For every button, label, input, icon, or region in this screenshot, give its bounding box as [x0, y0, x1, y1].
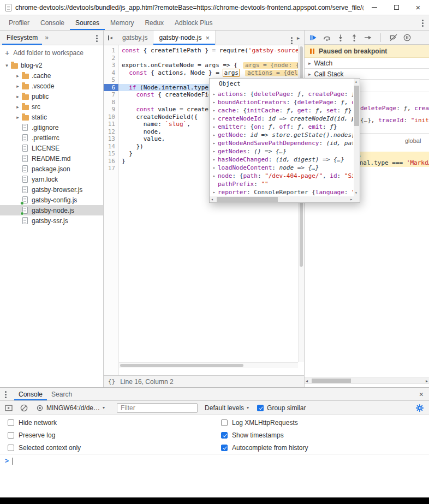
- scrollbar-thumb[interactable]: [312, 379, 351, 383]
- context-selector[interactable]: MINGW64:/d/de… ▾: [36, 404, 105, 412]
- popup-vertical-scrollbar[interactable]: ▴ ▾: [354, 79, 360, 196]
- scroll-right-icon[interactable]: ▸: [426, 379, 428, 383]
- editor-menu-icon[interactable]: [291, 37, 293, 39]
- setting-label: Selected context only: [19, 444, 81, 452]
- scroll-up-icon[interactable]: ▴: [355, 80, 358, 84]
- console-settings-gear-icon[interactable]: [415, 404, 424, 412]
- popup-property-getnodes[interactable]: ▸getNodes: () => {…}: [211, 147, 353, 155]
- tree-item-package-json[interactable]: package.json: [0, 164, 103, 174]
- resume-button[interactable]: [309, 33, 318, 42]
- tree-item-static[interactable]: ▸static: [0, 112, 103, 122]
- log-levels-dropdown[interactable]: Default levels ▾: [205, 404, 249, 412]
- tab-sources[interactable]: Sources: [70, 15, 105, 30]
- tree-item-gitignore[interactable]: .gitignore: [0, 122, 103, 133]
- console-menu-icon[interactable]: [5, 391, 7, 393]
- close-button[interactable]: ×: [407, 0, 429, 15]
- setting-log-xmlhttprequests[interactable]: Log XMLHttpRequests: [221, 416, 429, 429]
- group-similar-checkbox[interactable]: [257, 405, 264, 411]
- close-drawer-icon[interactable]: ×: [419, 390, 424, 399]
- popup-property-getnode[interactable]: ▸getNode: id => store.getState().nodes[i…: [211, 131, 353, 139]
- setting-hide-network[interactable]: Hide network: [8, 416, 213, 429]
- checkbox-selected-context-only[interactable]: [8, 445, 14, 451]
- console-sidebar-icon[interactable]: [4, 404, 13, 412]
- tree-item-readme-md[interactable]: README.md: [0, 153, 103, 164]
- popup-property-hasnodechanged[interactable]: ▸hasNodeChanged: (id, digest) => {…}: [211, 155, 353, 164]
- maximize-button[interactable]: [385, 0, 407, 15]
- step-button[interactable]: [364, 33, 372, 42]
- group-similar-toggle[interactable]: Group similar: [257, 404, 306, 412]
- popup-property-createnodeid[interactable]: ▸createNodeId: id => createNodeId(id, pl…: [211, 115, 353, 123]
- tree-item-gatsby-config-js[interactable]: gatsby-config.js: [0, 195, 103, 205]
- scroll-left-icon[interactable]: ◂: [211, 197, 213, 202]
- filter-input[interactable]: [117, 403, 198, 413]
- tree-item-gatsby-node-js[interactable]: gatsby-node.js: [0, 205, 103, 215]
- popup-property-boundactioncreators[interactable]: ▸boundActionCreators: {deletePage: ƒ, cr…: [211, 98, 353, 106]
- editor-tab-gatsby-node-js[interactable]: gatsby-node.js×: [153, 31, 216, 45]
- navigator-menu-icon[interactable]: [96, 35, 98, 37]
- tree-item-license[interactable]: LICENSE: [0, 143, 103, 153]
- popup-property-reporter[interactable]: ▸reporter: ConsoleReporter {language: "e…: [211, 188, 353, 196]
- clear-console-icon[interactable]: [20, 404, 28, 412]
- tab-memory[interactable]: Memory: [105, 15, 139, 30]
- tree-item-gatsby-browser-js[interactable]: gatsby-browser.js: [0, 184, 103, 195]
- popup-property-getnodeandsavepathdependency[interactable]: ▸getNodeAndSavePathDependency: (id, path…: [211, 139, 353, 147]
- popup-property-actions[interactable]: ▸actions: {deletePage: ƒ, createPage: ƒ,…: [211, 90, 353, 98]
- editor-horizontal-scrollbar[interactable]: [119, 362, 298, 368]
- scroll-down-icon[interactable]: ▾: [355, 191, 358, 195]
- checkbox-autocomplete-from-history[interactable]: [221, 445, 228, 451]
- setting-selected-context-only[interactable]: Selected context only: [8, 441, 213, 454]
- pretty-print-icon[interactable]: {}: [108, 378, 115, 385]
- close-tab-icon[interactable]: ×: [206, 34, 210, 41]
- tree-item-src[interactable]: ▸src: [0, 101, 103, 112]
- console-tab-search[interactable]: Search: [47, 388, 76, 400]
- scrollbar-thumb[interactable]: [354, 86, 359, 126]
- file-icon: [21, 186, 29, 194]
- tree-item-blog-v2[interactable]: ▾blog-v2: [0, 60, 103, 70]
- popup-property-node[interactable]: ▸node: {path: "/dev-404-page/", id: "Sit…: [211, 172, 353, 180]
- popup-property-emitter[interactable]: ▸emitter: {on: ƒ, off: ƒ, emit: ƒ}: [211, 123, 353, 131]
- setting-autocomplete-from-history[interactable]: Autocomplete from history: [221, 441, 429, 454]
- console-prompt[interactable]: >: [0, 454, 429, 467]
- toolbar-separator: [380, 33, 381, 42]
- section-watch[interactable]: ▸ Watch: [305, 58, 429, 69]
- tree-item-vscode[interactable]: ▸.vscode: [0, 81, 103, 91]
- tab-adblock-plus[interactable]: Adblock Plus: [169, 15, 218, 30]
- checkbox-preserve-log[interactable]: [8, 432, 14, 439]
- toggle-navigator-icon[interactable]: ◂: [104, 31, 117, 45]
- console-tab-console[interactable]: Console: [14, 388, 47, 400]
- minimize-button[interactable]: [364, 0, 385, 15]
- tab-profiler[interactable]: Profiler: [3, 15, 35, 30]
- tree-item-prettierrc[interactable]: .prettierrc: [0, 133, 103, 143]
- popup-property-cache[interactable]: ▸cache: {initCache: ƒ, get: ƒ, set: ƒ}: [211, 106, 353, 115]
- more-panels-icon[interactable]: »: [42, 31, 51, 45]
- tree-item-public[interactable]: ▸public: [0, 91, 103, 101]
- deactivate-breakpoints-button[interactable]: [389, 33, 398, 42]
- more-tabs-icon[interactable]: ▸: [297, 35, 300, 41]
- tree-item-yarn-lock[interactable]: yarn.lock: [0, 174, 103, 184]
- tab-console[interactable]: Console: [35, 15, 70, 30]
- popup-property-pathprefix[interactable]: pathPrefix: "": [211, 180, 353, 188]
- main-menu-icon[interactable]: [422, 20, 424, 21]
- setting-preserve-log[interactable]: Preserve log: [8, 429, 213, 441]
- tab-redux[interactable]: Redux: [139, 15, 169, 30]
- tree-item-cache[interactable]: ▸.cache: [0, 70, 103, 81]
- scroll-left-icon[interactable]: ◂: [306, 379, 308, 383]
- popup-property-loadnodecontent[interactable]: ▸loadNodeContent: node => {…}: [211, 164, 353, 172]
- scroll-right-icon[interactable]: ▸: [350, 197, 353, 202]
- setting-show-timestamps[interactable]: Show timestamps: [221, 429, 429, 441]
- checkbox-show-timestamps[interactable]: [221, 432, 228, 439]
- tab-filesystem[interactable]: Filesystem: [2, 31, 42, 45]
- step-over-button[interactable]: [323, 33, 331, 42]
- checkbox-log-xmlhttprequests[interactable]: [221, 419, 228, 426]
- editor-tab-gatsby-js[interactable]: gatsby.js: [117, 31, 153, 45]
- sidebar-horizontal-scrollbar[interactable]: ◂ ▸: [305, 377, 429, 384]
- scrollbar-thumb[interactable]: [120, 364, 243, 367]
- step-into-button[interactable]: [336, 33, 345, 42]
- popup-horizontal-scrollbar[interactable]: ◂ ▸: [210, 196, 354, 202]
- pause-on-exceptions-button[interactable]: [403, 33, 412, 42]
- add-folder-button[interactable]: + Add folder to workspace: [0, 45, 103, 60]
- tree-item-gatsby-ssr-js[interactable]: gatsby-ssr.js: [0, 215, 103, 226]
- step-out-button[interactable]: [350, 33, 359, 42]
- scrollbar-thumb[interactable]: [217, 197, 278, 202]
- checkbox-hide-network[interactable]: [8, 419, 14, 426]
